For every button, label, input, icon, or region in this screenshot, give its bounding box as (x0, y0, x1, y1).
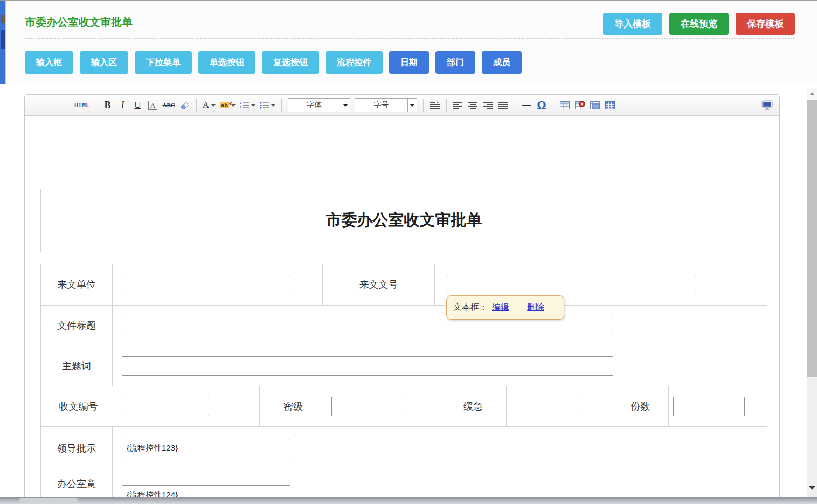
highlight-color-button[interactable]: ab (219, 98, 237, 112)
horizontal-scrollbar-thumb[interactable] (19, 498, 78, 503)
select-arrow[interactable] (407, 99, 417, 112)
receipt-number-input[interactable] (122, 397, 209, 416)
italic-button[interactable]: I (116, 98, 129, 112)
align-right-button[interactable] (482, 98, 495, 112)
field-edit-tooltip: 文本框： 编辑 删除 (446, 295, 564, 320)
doc-number-label: 来文文号 (323, 264, 435, 305)
chevron-down-icon (211, 104, 216, 107)
scrollbar-thumb[interactable] (807, 100, 817, 377)
special-char-button[interactable]: Ω (535, 98, 548, 112)
add-checkbox-button[interactable]: 复选按钮 (262, 51, 319, 74)
font-color-button[interactable]: A (202, 98, 217, 112)
table-cell-props-icon (590, 101, 600, 109)
form-title: 市委办公室收文审批单 (326, 210, 482, 231)
font-size-select[interactable]: 字号 (355, 98, 417, 112)
table-row: 来文单位 来文文号 (41, 264, 767, 306)
merge-cells-icon (605, 101, 615, 109)
align-center-button[interactable] (467, 98, 480, 112)
copies-input[interactable] (673, 397, 745, 416)
add-input-box-button[interactable]: 输入框 (25, 51, 73, 74)
add-textarea-button[interactable]: 输入区 (80, 51, 128, 74)
source-unit-label: 来文单位 (41, 264, 113, 305)
source-unit-input[interactable] (122, 275, 290, 294)
strikethrough-button[interactable]: ABC (162, 98, 176, 112)
toolbar-separator (553, 99, 553, 112)
horizontal-scrollbar[interactable] (0, 497, 817, 504)
font-family-select[interactable]: 字体 (288, 98, 350, 112)
remove-format-button[interactable] (178, 98, 191, 112)
receipt-number-cell (116, 386, 260, 426)
scroll-up-button[interactable] (807, 88, 817, 100)
scroll-down-button[interactable] (807, 483, 817, 493)
sidebar-fragment-icon (1, 15, 5, 23)
preview-online-button[interactable]: 在线预览 (669, 13, 729, 35)
urgency-cell (507, 386, 612, 426)
insert-table-button[interactable] (558, 98, 571, 112)
leader-comment-flow-input[interactable] (122, 439, 290, 458)
import-template-button[interactable]: 导入模板 (603, 13, 662, 35)
horizontal-rule-icon (522, 105, 531, 106)
align-right-icon (483, 102, 493, 109)
toolbar-separator (196, 99, 197, 112)
add-dropdown-button[interactable]: 下拉菜单 (135, 51, 192, 74)
rich-text-editor: HTML B I U A ABC A ab 1 2 (24, 94, 780, 504)
bold-icon: B (104, 100, 110, 111)
underline-button[interactable]: U (131, 98, 144, 112)
table-row: 收文编号 密级 缓急 份数 (41, 386, 767, 427)
window-top-border (0, 0, 817, 1)
chevron-down-icon (410, 104, 414, 107)
unordered-list-button[interactable] (259, 98, 276, 112)
merge-cells-button[interactable] (604, 98, 617, 112)
leader-comment-cell (113, 427, 767, 470)
edit-field-link[interactable]: 编辑 (492, 302, 509, 313)
urgency-input[interactable] (508, 397, 579, 416)
html-source-button[interactable]: HTML (73, 98, 91, 112)
insert-table-icon (560, 101, 570, 109)
header-panel: 市委办公室收文审批单 导入模板 在线预览 保存模板 输入框 输入区 下拉菜单 单… (5, 1, 817, 84)
align-justify-icon (498, 102, 508, 109)
align-justify-button[interactable] (497, 98, 510, 112)
add-department-button[interactable]: 部门 (435, 51, 475, 74)
keywords-input[interactable] (122, 356, 613, 376)
save-template-button[interactable]: 保存模板 (736, 13, 795, 35)
secrecy-input[interactable] (331, 397, 403, 416)
fullscreen-button[interactable] (760, 98, 774, 112)
delete-table-button[interactable] (573, 98, 586, 112)
chevron-down-icon (251, 104, 255, 107)
table-row: 主题词 (41, 346, 767, 386)
eraser-icon (179, 101, 190, 109)
align-left-button[interactable] (452, 98, 465, 112)
doc-number-input[interactable] (447, 275, 696, 294)
vertical-scrollbar[interactable] (807, 88, 817, 497)
add-date-button[interactable]: 日期 (389, 51, 429, 74)
text-style-icon: A (148, 101, 157, 110)
tooltip-label: 文本框： (453, 302, 488, 313)
indent-icon (430, 101, 440, 109)
font-color-icon: A (203, 100, 209, 111)
chevron-down-icon (343, 104, 348, 107)
html-source-icon: HTML (74, 102, 90, 109)
add-radio-button[interactable]: 单选按钮 (198, 51, 255, 74)
toolbar-separator (515, 99, 515, 112)
doc-title-cell (113, 306, 767, 346)
receipt-number-label: 收文编号 (41, 386, 116, 426)
table-cell-props-button[interactable] (588, 98, 601, 112)
align-center-icon (468, 102, 477, 109)
add-member-button[interactable]: 成员 (482, 51, 522, 74)
text-style-button[interactable]: A (147, 98, 160, 112)
unordered-list-icon (260, 101, 269, 109)
delete-field-link[interactable]: 删除 (527, 302, 544, 313)
bold-button[interactable]: B (101, 98, 114, 112)
svg-text:3: 3 (240, 107, 241, 109)
secrecy-label: 密级 (260, 386, 327, 426)
delete-table-icon (575, 101, 585, 109)
editor-content[interactable]: 市委办公室收文审批单 来文单位 来文文号 文件标题 (25, 116, 779, 504)
sidebar-fragment-icon (1, 30, 5, 49)
select-arrow[interactable] (341, 99, 350, 112)
keywords-label: 主题词 (41, 346, 113, 386)
ordered-list-button[interactable]: 1 2 3 (239, 98, 257, 112)
indent-button[interactable] (428, 98, 441, 112)
add-flow-control-button[interactable]: 流程控件 (326, 51, 383, 74)
horizontal-rule-button[interactable] (520, 98, 533, 112)
leader-comment-label: 领导批示 (41, 427, 113, 470)
